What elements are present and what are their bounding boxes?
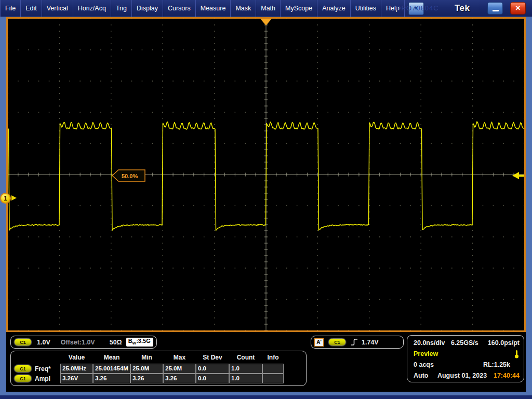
minimize-icon bbox=[493, 10, 499, 11]
time-value: 17:40:44 bbox=[494, 372, 520, 379]
acq-status: Preview bbox=[414, 350, 438, 357]
trigger-level-arrow-stem bbox=[518, 175, 524, 177]
termination-value: 50Ω bbox=[110, 339, 122, 346]
meas-cell: 1.0 bbox=[229, 364, 262, 374]
sample-rate-value: 6.25GS/s bbox=[451, 339, 478, 347]
resolution-value: 160.0ps/pt bbox=[488, 339, 520, 347]
close-button[interactable]: ✕ bbox=[510, 2, 526, 15]
menu-bar: FileEditVerticalHoriz/AcqTrigDisplayCurs… bbox=[0, 0, 532, 17]
measurement-table: ValueMeanMinMaxSt DevCountInfoC1Freq*25.… bbox=[10, 351, 307, 386]
tek-logo: Tek bbox=[455, 3, 470, 14]
trigger-source-badge[interactable]: C1 bbox=[328, 338, 346, 346]
menu-item-edit[interactable]: Edit bbox=[21, 0, 42, 17]
meas-cell: 0.0 bbox=[196, 364, 229, 374]
channel1-reference-marker[interactable]: 1 bbox=[0, 193, 11, 204]
readout-panel: C1 1.0V Offset:1.0V 50Ω BW:3.5G ValueMea… bbox=[6, 332, 526, 392]
meas-row-channel-badge[interactable]: C1 bbox=[14, 375, 32, 382]
meas-cell: 25.0MHz bbox=[60, 364, 93, 374]
menu-item-myscope[interactable]: MyScope bbox=[281, 0, 317, 17]
channel1-reference-label: 1 bbox=[4, 195, 7, 202]
trigger-label: A' bbox=[314, 338, 324, 347]
meas-cell: 1.0 bbox=[229, 374, 262, 383]
channel1-reference-arrow-icon bbox=[11, 195, 17, 201]
meas-cell bbox=[262, 374, 284, 383]
menu-item-analyze[interactable]: Analyze bbox=[317, 0, 350, 17]
meas-cell: 25.001454M bbox=[93, 364, 130, 374]
trigger-level-value: 1.74V bbox=[362, 339, 379, 346]
menu-item-file[interactable]: File bbox=[0, 0, 21, 17]
channel-readout-box[interactable]: C1 1.0V Offset:1.0V 50Ω BW:3.5G bbox=[10, 336, 157, 349]
model-label: DPO70804C bbox=[396, 4, 439, 12]
bottom-edge-strip bbox=[0, 395, 532, 399]
trigger-level-tag-label: 50.0% bbox=[122, 173, 138, 179]
meas-cell: 0.0 bbox=[196, 374, 229, 383]
menu-item-vertical[interactable]: Vertical bbox=[42, 0, 73, 17]
meas-cell: 25.0M bbox=[163, 364, 196, 374]
menu-item-cursors[interactable]: Cursors bbox=[163, 0, 196, 17]
meas-cell bbox=[262, 364, 284, 374]
acquisition-box[interactable]: 20.0ns/div 6.25GS/s 160.0ps/pt Preview 0… bbox=[407, 335, 524, 382]
menu-item-utilities[interactable]: Utilities bbox=[351, 0, 381, 17]
meas-cell: 3.26 bbox=[163, 374, 196, 383]
bandwidth-value: BW:3.5G bbox=[126, 338, 153, 346]
meas-cell: 3.26V bbox=[60, 374, 93, 383]
menu-item-horiz-acq[interactable]: Horiz/Acq bbox=[73, 0, 111, 17]
mode-date-group: Auto August 01, 2023 bbox=[414, 372, 487, 379]
channel-badge[interactable]: C1 bbox=[14, 338, 32, 346]
minimize-button[interactable] bbox=[487, 2, 503, 15]
graticule-frame: 50.0% bbox=[6, 17, 526, 332]
trigger-position-marker[interactable] bbox=[260, 19, 272, 25]
thermometer-icon bbox=[514, 350, 520, 358]
meas-header-min: Min bbox=[130, 354, 163, 362]
meas-cell: 3.26 bbox=[93, 374, 130, 383]
meas-row-name: Ampl bbox=[35, 375, 50, 382]
date-value: August 01, 2023 bbox=[437, 372, 487, 379]
trigger-mode-value: Auto bbox=[414, 372, 428, 379]
meas-header-value: Value bbox=[60, 354, 93, 362]
offset-value: Offset:1.0V bbox=[61, 339, 95, 346]
trigger-level-tag[interactable]: 50.0% bbox=[112, 168, 147, 183]
meas-cell: 25.0M bbox=[130, 364, 163, 374]
menu-item-trig[interactable]: Trig bbox=[111, 0, 132, 17]
menu-item-measure[interactable]: Measure bbox=[196, 0, 231, 17]
close-icon: ✕ bbox=[515, 4, 521, 12]
waveform-display: 50.0% bbox=[8, 19, 524, 330]
meas-header-info: Info bbox=[262, 354, 284, 362]
meas-header-max: Max bbox=[163, 354, 196, 362]
acq-count: 0 acqs bbox=[414, 361, 434, 368]
meas-header-count: Count bbox=[229, 354, 262, 362]
meas-cell: 3.26 bbox=[130, 374, 163, 383]
rising-slope-icon bbox=[350, 338, 358, 347]
record-length-value: RL:1.25k bbox=[483, 361, 510, 368]
menu-item-math[interactable]: Math bbox=[256, 0, 281, 17]
timebase-value: 20.0ns/div bbox=[414, 339, 445, 347]
meas-row-name: Freq* bbox=[35, 365, 51, 373]
menu-item-mask[interactable]: Mask bbox=[231, 0, 256, 17]
meas-header-st-dev: St Dev bbox=[196, 354, 229, 362]
scope-canvas bbox=[8, 19, 524, 330]
trigger-readout-box[interactable]: A' C1 1.74V bbox=[311, 336, 404, 349]
vertical-scale-value: 1.0V bbox=[37, 339, 50, 346]
meas-row-channel-badge[interactable]: C1 bbox=[14, 365, 32, 373]
timebase-group: 20.0ns/div 6.25GS/s bbox=[414, 339, 478, 347]
menu-bar-items: FileEditVerticalHoriz/AcqTrigDisplayCurs… bbox=[0, 0, 405, 17]
menu-item-display[interactable]: Display bbox=[132, 0, 163, 17]
meas-header-mean: Mean bbox=[93, 354, 130, 362]
